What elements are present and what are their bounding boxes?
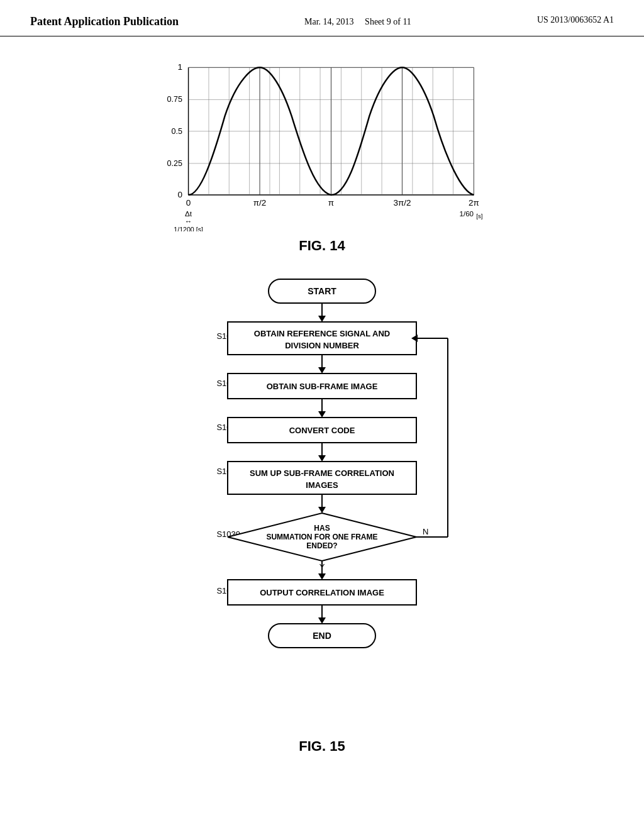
svg-text:1/1200 [s]: 1/1200 [s]	[174, 226, 203, 231]
svg-text:HAS: HAS	[314, 524, 330, 533]
svg-text:OBTAIN REFERENCE SIGNAL AND: OBTAIN REFERENCE SIGNAL AND	[254, 329, 390, 338]
svg-text:[s]: [s]	[476, 213, 482, 219]
svg-text:0: 0	[186, 198, 191, 208]
svg-marker-77	[318, 573, 326, 580]
svg-text:0.5: 0.5	[171, 127, 182, 136]
publication-number: US 2013/0063652 A1	[537, 15, 614, 25]
svg-text:0.25: 0.25	[167, 159, 182, 168]
svg-text:N: N	[423, 527, 428, 536]
svg-text:π: π	[328, 198, 334, 208]
svg-marker-54	[318, 411, 326, 418]
fig15-svg: START S1022 OBTAIN REFERENCE SIGNAL AND …	[146, 273, 498, 726]
svg-text:0: 0	[177, 190, 182, 199]
svg-text:Δt: Δt	[185, 210, 192, 218]
fig14-chart-container: 1 0.75 0.5 0.25 0 0 π/2 π 3π/2 2π Δt ↔ 1…	[146, 55, 498, 231]
page-header: Patent Application Publication Mar. 14, …	[0, 0, 644, 36]
svg-marker-48	[318, 367, 326, 374]
main-content: 1 0.75 0.5 0.25 0 0 π/2 π 3π/2 2π Δt ↔ 1…	[0, 36, 644, 773]
svg-text:0.75: 0.75	[167, 95, 182, 104]
svg-text:3π/2: 3π/2	[393, 198, 411, 208]
fig14-chart-svg: 1 0.75 0.5 0.25 0 0 π/2 π 3π/2 2π Δt ↔ 1…	[146, 55, 498, 231]
svg-text:DIVISION NUMBER: DIVISION NUMBER	[285, 341, 359, 350]
svg-text:IMAGES: IMAGES	[306, 480, 338, 490]
svg-text:1: 1	[177, 62, 182, 72]
svg-text:↔: ↔	[185, 218, 192, 225]
svg-text:SUMMATION FOR ONE FRAME: SUMMATION FOR ONE FRAME	[266, 533, 377, 541]
publication-title: Patent Application Publication	[30, 15, 179, 28]
svg-text:SUM UP SUB-FRAME CORRELATION: SUM UP SUB-FRAME CORRELATION	[250, 468, 394, 478]
fig14-section: 1 0.75 0.5 0.25 0 0 π/2 π 3π/2 2π Δt ↔ 1…	[50, 55, 594, 231]
fig15-section: START S1022 OBTAIN REFERENCE SIGNAL AND …	[50, 273, 594, 728]
svg-marker-41	[318, 316, 326, 322]
svg-text:2π: 2π	[469, 198, 479, 208]
svg-marker-83	[318, 617, 326, 624]
svg-text:π/2: π/2	[253, 198, 267, 208]
svg-text:OBTAIN SUB-FRAME IMAGE: OBTAIN SUB-FRAME IMAGE	[267, 382, 378, 391]
fig15-flowchart: START S1022 OBTAIN REFERENCE SIGNAL AND …	[146, 273, 498, 728]
fig15-label: FIG. 15	[50, 738, 594, 755]
svg-text:START: START	[308, 286, 336, 296]
svg-marker-67	[318, 507, 326, 513]
publication-date-sheet: Mar. 14, 2013 Sheet 9 of 11	[304, 15, 411, 28]
svg-text:ENDED?: ENDED?	[306, 541, 337, 550]
svg-marker-60	[318, 455, 326, 462]
svg-text:END: END	[313, 631, 331, 641]
svg-text:CONVERT CODE: CONVERT CODE	[289, 426, 355, 435]
svg-text:1/60: 1/60	[460, 210, 474, 218]
fig14-label: FIG. 14	[50, 238, 594, 254]
svg-text:OUTPUT CORRELATION IMAGE: OUTPUT CORRELATION IMAGE	[260, 588, 384, 597]
